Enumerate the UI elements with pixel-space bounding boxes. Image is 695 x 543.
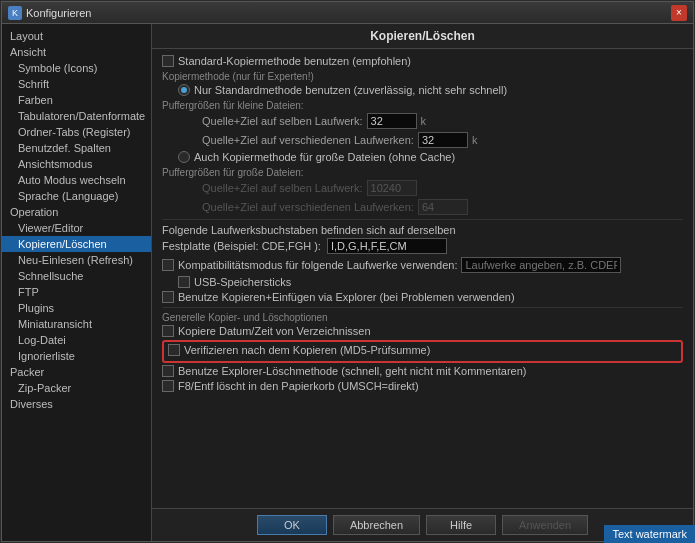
standard-copy-row: Standard-Kopiermethode benutzen (empfohl… <box>162 55 683 67</box>
dialog: K Konfigurieren × LayoutAnsichtSymbole (… <box>1 1 694 542</box>
sidebar-item-kopieren-loschen[interactable]: Kopieren/Löschen <box>2 236 151 252</box>
usb-checkbox[interactable] <box>178 276 190 288</box>
gross-selb-input <box>367 180 417 196</box>
puffer-gross-label: Puffergrößen für große Dateien: <box>162 167 683 178</box>
verifizieren-checkbox[interactable] <box>168 344 180 356</box>
sidebar-item-schrift[interactable]: Schrift <box>2 76 151 92</box>
sidebar-item-ordner-tabs[interactable]: Ordner-Tabs (Register) <box>2 124 151 140</box>
sidebar-item-log-datei[interactable]: Log-Datei <box>2 332 151 348</box>
quelle-versch-unit: k <box>472 134 478 146</box>
titlebar-left: K Konfigurieren <box>8 6 91 20</box>
benutze-explorer-row: Benutze Explorer-Löschmethode (schnell, … <box>162 365 683 377</box>
sidebar-item-zip-packer[interactable]: Zip-Packer <box>2 380 151 396</box>
radio1-row: Nur Standardmethode benutzen (zuverlässi… <box>178 84 683 96</box>
verifizieren-highlight: Verifizieren nach dem Kopieren (MD5-Prüf… <box>162 340 683 363</box>
anwenden-button[interactable]: Anwenden <box>502 515 588 535</box>
quelle-selb-label: Quelle+Ziel auf selben Laufwerk: <box>202 115 363 127</box>
sidebar-item-tabulatoren[interactable]: Tabulatoren/Datenformate <box>2 108 151 124</box>
sidebar-item-diverses[interactable]: Diverses <box>2 396 151 412</box>
radio2[interactable] <box>178 151 190 163</box>
f8-checkbox[interactable] <box>162 380 174 392</box>
gross-selb-label: Quelle+Ziel auf selben Laufwerk: <box>202 182 363 194</box>
sidebar-item-symbole[interactable]: Symbole (Icons) <box>2 60 151 76</box>
radio2-label: Auch Kopiermethode für große Dateien (oh… <box>194 151 455 163</box>
gross-versch-input <box>418 199 468 215</box>
sidebar-item-plugins[interactable]: Plugins <box>2 300 151 316</box>
compat-checkbox[interactable] <box>162 259 174 271</box>
puffer-klein-label: Puffergrößen für kleine Dateien: <box>162 100 683 111</box>
sidebar-item-neu-einlesen[interactable]: Neu-Einlesen (Refresh) <box>2 252 151 268</box>
sidebar-item-miniaturansicht[interactable]: Miniaturansicht <box>2 316 151 332</box>
kopiermethode-label: Kopiermethode (nur für Experten!) <box>162 71 683 82</box>
panel-content: Standard-Kopiermethode benutzen (empfohl… <box>152 49 693 508</box>
sidebar-item-sprache[interactable]: Sprache (Language) <box>2 188 151 204</box>
divider2 <box>162 307 683 308</box>
laufwerk-row: Folgende Laufwerksbuchstaben befinden si… <box>162 224 683 254</box>
laufwerk-line2: Festplatte (Beispiel: CDE,FGH ): <box>162 240 321 252</box>
kopiere-datum-label: Kopiere Datum/Zeit von Verzeichnissen <box>178 325 371 337</box>
laufwerk-line1: Folgende Laufwerksbuchstaben befinden si… <box>162 224 683 236</box>
standard-copy-checkbox[interactable] <box>162 55 174 67</box>
radio1[interactable] <box>178 84 190 96</box>
hilfe-button[interactable]: Hilfe <box>426 515 496 535</box>
sidebar-item-benutzdef-spalten[interactable]: Benutzdef. Spalten <box>2 140 151 156</box>
f8-label: F8/Entf löscht in den Papierkorb (UMSCH=… <box>178 380 419 392</box>
sidebar-item-ignorierliste[interactable]: Ignorierliste <box>2 348 151 364</box>
titlebar-icon: K <box>8 6 22 20</box>
divider1 <box>162 219 683 220</box>
verifizieren-row: Verifizieren nach dem Kopieren (MD5-Prüf… <box>168 344 677 356</box>
sidebar-item-viewer-editor[interactable]: Viewer/Editor <box>2 220 151 236</box>
sidebar-item-schnellsuche[interactable]: Schnellsuche <box>2 268 151 284</box>
quelle-versch-row: Quelle+Ziel auf verschiedenen Laufwerken… <box>202 132 683 148</box>
usb-row: USB-Speichersticks <box>178 276 683 288</box>
sidebar-item-farben[interactable]: Farben <box>2 92 151 108</box>
gross-selb-row: Quelle+Ziel auf selben Laufwerk: <box>202 180 683 196</box>
panel-title: Kopieren/Löschen <box>152 24 693 49</box>
abbrechen-button[interactable]: Abbrechen <box>333 515 420 535</box>
titlebar: K Konfigurieren × <box>2 2 693 24</box>
sidebar-item-layout[interactable]: Layout <box>2 28 151 44</box>
quelle-selb-row: Quelle+Ziel auf selben Laufwerk: k <box>202 113 683 129</box>
radio1-label: Nur Standardmethode benutzen (zuverlässi… <box>194 84 507 96</box>
sidebar-item-ansicht[interactable]: Ansicht <box>2 44 151 60</box>
sidebar-item-ansichtsmodus[interactable]: Ansichtsmodus <box>2 156 151 172</box>
compat-label: Kompatibilitätsmodus für folgende Laufwe… <box>178 259 457 271</box>
sidebar-item-auto-modus[interactable]: Auto Modus wechseln <box>2 172 151 188</box>
generelle-label: Generelle Kopier- und Löschoptionen <box>162 312 683 323</box>
laufwerk-input[interactable] <box>327 238 447 254</box>
sidebar-item-ftp[interactable]: FTP <box>2 284 151 300</box>
benutze-kopieren-label: Benutze Kopieren+Einfügen via Explorer (… <box>178 291 515 303</box>
main-panel: Kopieren/Löschen Standard-Kopiermethode … <box>152 24 693 541</box>
titlebar-title: Konfigurieren <box>26 7 91 19</box>
close-button[interactable]: × <box>671 5 687 21</box>
sidebar-item-operation[interactable]: Operation <box>2 204 151 220</box>
quelle-selb-input[interactable] <box>367 113 417 129</box>
kopiere-datum-row: Kopiere Datum/Zeit von Verzeichnissen <box>162 325 683 337</box>
watermark: Text watermark <box>604 525 695 543</box>
verifizieren-label: Verifizieren nach dem Kopieren (MD5-Prüf… <box>184 344 430 356</box>
quelle-versch-label: Quelle+Ziel auf verschiedenen Laufwerken… <box>202 134 414 146</box>
compat-input[interactable] <box>461 257 621 273</box>
usb-label: USB-Speichersticks <box>194 276 291 288</box>
sidebar-item-packer[interactable]: Packer <box>2 364 151 380</box>
gross-versch-row: Quelle+Ziel auf verschiedenen Laufwerken… <box>202 199 683 215</box>
sidebar: LayoutAnsichtSymbole (Icons)SchriftFarbe… <box>2 24 152 541</box>
gross-versch-label: Quelle+Ziel auf verschiedenen Laufwerken… <box>202 201 414 213</box>
quelle-versch-input[interactable] <box>418 132 468 148</box>
kopiere-datum-checkbox[interactable] <box>162 325 174 337</box>
benutze-explorer-checkbox[interactable] <box>162 365 174 377</box>
f8-row: F8/Entf löscht in den Papierkorb (UMSCH=… <box>162 380 683 392</box>
quelle-selb-unit: k <box>421 115 427 127</box>
content-area: LayoutAnsichtSymbole (Icons)SchriftFarbe… <box>2 24 693 541</box>
ok-button[interactable]: OK <box>257 515 327 535</box>
benutze-kopieren-checkbox[interactable] <box>162 291 174 303</box>
benutze-explorer-label: Benutze Explorer-Löschmethode (schnell, … <box>178 365 527 377</box>
radio2-row: Auch Kopiermethode für große Dateien (oh… <box>178 151 683 163</box>
benutze-kopieren-row: Benutze Kopieren+Einfügen via Explorer (… <box>162 291 683 303</box>
compat-row: Kompatibilitätsmodus für folgende Laufwe… <box>162 257 683 273</box>
standard-copy-label: Standard-Kopiermethode benutzen (empfohl… <box>178 55 411 67</box>
